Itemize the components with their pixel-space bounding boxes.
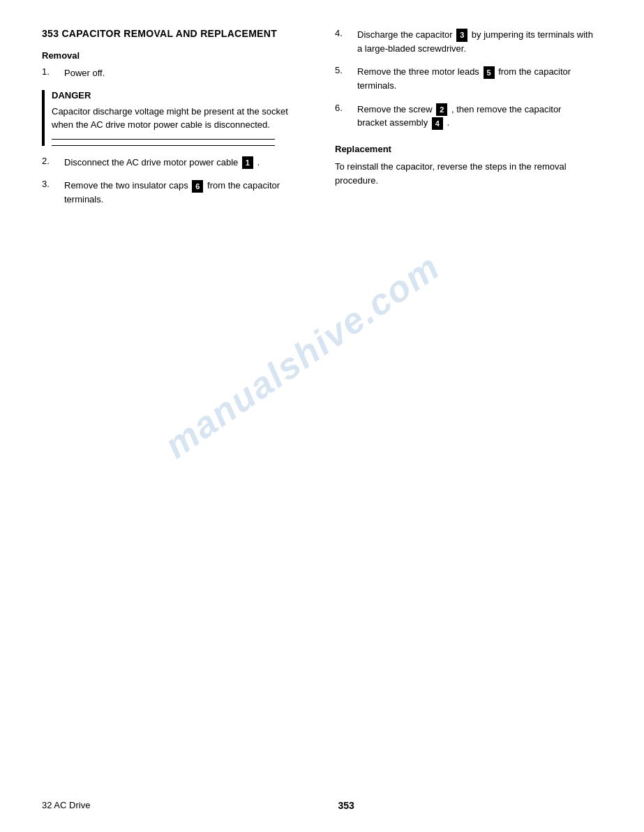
step-4-text-before: Discharge the capacitor — [357, 29, 453, 40]
step-6-badge1: 2 — [436, 103, 447, 117]
step-6-text: Remove the screw 2 , then remove the cap… — [357, 103, 561, 131]
step-2: 2. Disconnect the AC drive motor power c… — [42, 156, 307, 170]
step-4-text: Discharge the capacitor 3 by jumpering i… — [357, 28, 600, 55]
replacement-section: Replacement To reinstall the capacitor, … — [335, 144, 600, 187]
step-6-line2-after: . — [447, 117, 449, 128]
step-3-text: Remove the two insulator caps 6 from the… — [64, 179, 307, 206]
danger-lines — [52, 139, 307, 146]
danger-box: DANGER Capacitor discharge voltage might… — [42, 90, 307, 146]
step-5-badge: 5 — [484, 66, 495, 80]
left-column: 353 CAPACITOR REMOVAL AND REPLACEMENT Re… — [42, 28, 307, 216]
danger-line-2 — [52, 145, 275, 146]
danger-title: DANGER — [52, 90, 307, 101]
step-6: 6. Remove the screw 2 , then remove the … — [335, 103, 600, 131]
step-2-text-before: Disconnect the AC drive motor power cabl… — [64, 157, 238, 168]
footer-center: 353 — [338, 800, 354, 811]
step-1-number: 1. — [42, 66, 56, 80]
step-4-badge: 3 — [456, 29, 467, 42]
step-2-number: 2. — [42, 156, 56, 170]
step-5-text-before: Remove the three motor leads — [357, 66, 479, 77]
step-2-badge: 1 — [242, 156, 253, 170]
step-3-number: 3. — [42, 179, 56, 206]
step-5: 5. Remove the three motor leads 5 from t… — [335, 65, 600, 92]
page-container: 353 CAPACITOR REMOVAL AND REPLACEMENT Re… — [0, 0, 644, 832]
step-1: 1. Power off. — [42, 66, 307, 80]
step-6-line1-before: Remove the screw — [357, 104, 433, 114]
right-column: 4. Discharge the capacitor 3 by jumperin… — [335, 28, 600, 216]
step-6-line2-before: bracket assembly — [357, 117, 428, 128]
step-6-number: 6. — [335, 103, 349, 131]
replacement-text: To reinstall the capacitor, reverse the … — [335, 160, 600, 187]
replacement-heading: Replacement — [335, 144, 600, 154]
step-3-badge: 6 — [192, 180, 203, 193]
step-5-number: 5. — [335, 65, 349, 92]
main-content: 353 CAPACITOR REMOVAL AND REPLACEMENT Re… — [42, 28, 602, 216]
step-3: 3. Remove the two insulator caps 6 from … — [42, 179, 307, 206]
step-1-text: Power off. — [64, 66, 105, 80]
step-4-number: 4. — [335, 28, 349, 55]
section-title: 353 CAPACITOR REMOVAL AND REPLACEMENT — [42, 28, 307, 39]
removal-heading: Removal — [42, 50, 307, 61]
step-3-text-before: Remove the two insulator caps — [64, 180, 188, 191]
footer-left: 32 AC Drive — [42, 800, 90, 811]
step-6-line1-after: , then remove the capacitor — [451, 104, 562, 114]
step-2-text: Disconnect the AC drive motor power cabl… — [64, 156, 260, 170]
danger-line-1 — [52, 139, 275, 140]
watermark: manualshive.com — [157, 246, 447, 467]
step-5-text: Remove the three motor leads 5 from the … — [357, 65, 600, 92]
footer: 32 AC Drive 353 — [42, 800, 602, 811]
step-4: 4. Discharge the capacitor 3 by jumperin… — [335, 28, 600, 55]
step-6-badge2: 4 — [432, 117, 443, 131]
danger-text: Capacitor discharge voltage might be pre… — [52, 105, 307, 132]
